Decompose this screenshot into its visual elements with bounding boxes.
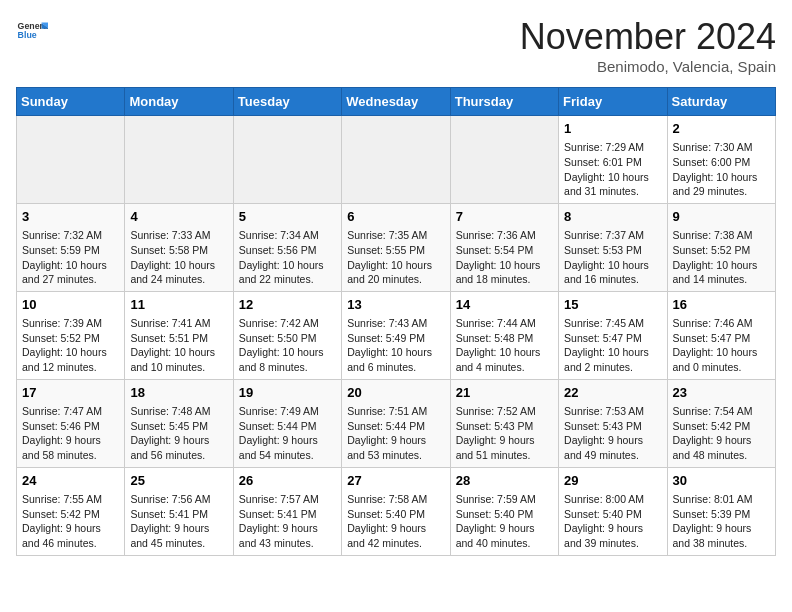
day-number: 14 <box>456 296 553 314</box>
weekday-header-wednesday: Wednesday <box>342 88 450 116</box>
day-info: Sunrise: 7:38 AM Sunset: 5:52 PM Dayligh… <box>673 228 770 287</box>
day-info: Sunrise: 7:37 AM Sunset: 5:53 PM Dayligh… <box>564 228 661 287</box>
location-title: Benimodo, Valencia, Spain <box>520 58 776 75</box>
calendar-cell: 2Sunrise: 7:30 AM Sunset: 6:00 PM Daylig… <box>667 116 775 204</box>
day-number: 12 <box>239 296 336 314</box>
calendar-cell: 11Sunrise: 7:41 AM Sunset: 5:51 PM Dayli… <box>125 291 233 379</box>
day-number: 17 <box>22 384 119 402</box>
calendar-cell: 29Sunrise: 8:00 AM Sunset: 5:40 PM Dayli… <box>559 467 667 555</box>
day-info: Sunrise: 7:48 AM Sunset: 5:45 PM Dayligh… <box>130 404 227 463</box>
day-info: Sunrise: 7:57 AM Sunset: 5:41 PM Dayligh… <box>239 492 336 551</box>
day-number: 24 <box>22 472 119 490</box>
calendar-cell: 26Sunrise: 7:57 AM Sunset: 5:41 PM Dayli… <box>233 467 341 555</box>
day-number: 25 <box>130 472 227 490</box>
calendar-cell: 7Sunrise: 7:36 AM Sunset: 5:54 PM Daylig… <box>450 203 558 291</box>
calendar-cell: 13Sunrise: 7:43 AM Sunset: 5:49 PM Dayli… <box>342 291 450 379</box>
day-info: Sunrise: 7:49 AM Sunset: 5:44 PM Dayligh… <box>239 404 336 463</box>
day-info: Sunrise: 7:32 AM Sunset: 5:59 PM Dayligh… <box>22 228 119 287</box>
calendar-table: SundayMondayTuesdayWednesdayThursdayFrid… <box>16 87 776 556</box>
title-block: November 2024 Benimodo, Valencia, Spain <box>520 16 776 75</box>
day-info: Sunrise: 7:46 AM Sunset: 5:47 PM Dayligh… <box>673 316 770 375</box>
calendar-week-row: 3Sunrise: 7:32 AM Sunset: 5:59 PM Daylig… <box>17 203 776 291</box>
calendar-cell: 24Sunrise: 7:55 AM Sunset: 5:42 PM Dayli… <box>17 467 125 555</box>
calendar-cell: 17Sunrise: 7:47 AM Sunset: 5:46 PM Dayli… <box>17 379 125 467</box>
calendar-cell: 20Sunrise: 7:51 AM Sunset: 5:44 PM Dayli… <box>342 379 450 467</box>
calendar-cell <box>233 116 341 204</box>
day-number: 2 <box>673 120 770 138</box>
calendar-cell: 28Sunrise: 7:59 AM Sunset: 5:40 PM Dayli… <box>450 467 558 555</box>
calendar-cell: 14Sunrise: 7:44 AM Sunset: 5:48 PM Dayli… <box>450 291 558 379</box>
weekday-header-row: SundayMondayTuesdayWednesdayThursdayFrid… <box>17 88 776 116</box>
day-number: 22 <box>564 384 661 402</box>
day-info: Sunrise: 7:39 AM Sunset: 5:52 PM Dayligh… <box>22 316 119 375</box>
month-title: November 2024 <box>520 16 776 58</box>
day-info: Sunrise: 7:41 AM Sunset: 5:51 PM Dayligh… <box>130 316 227 375</box>
day-number: 28 <box>456 472 553 490</box>
day-info: Sunrise: 7:53 AM Sunset: 5:43 PM Dayligh… <box>564 404 661 463</box>
weekday-header-monday: Monday <box>125 88 233 116</box>
calendar-cell: 22Sunrise: 7:53 AM Sunset: 5:43 PM Dayli… <box>559 379 667 467</box>
calendar-cell: 27Sunrise: 7:58 AM Sunset: 5:40 PM Dayli… <box>342 467 450 555</box>
calendar-cell: 30Sunrise: 8:01 AM Sunset: 5:39 PM Dayli… <box>667 467 775 555</box>
calendar-cell: 5Sunrise: 7:34 AM Sunset: 5:56 PM Daylig… <box>233 203 341 291</box>
day-number: 18 <box>130 384 227 402</box>
calendar-cell: 16Sunrise: 7:46 AM Sunset: 5:47 PM Dayli… <box>667 291 775 379</box>
day-info: Sunrise: 7:35 AM Sunset: 5:55 PM Dayligh… <box>347 228 444 287</box>
day-number: 20 <box>347 384 444 402</box>
day-info: Sunrise: 7:43 AM Sunset: 5:49 PM Dayligh… <box>347 316 444 375</box>
weekday-header-sunday: Sunday <box>17 88 125 116</box>
day-number: 4 <box>130 208 227 226</box>
day-number: 9 <box>673 208 770 226</box>
calendar-cell: 4Sunrise: 7:33 AM Sunset: 5:58 PM Daylig… <box>125 203 233 291</box>
day-info: Sunrise: 7:42 AM Sunset: 5:50 PM Dayligh… <box>239 316 336 375</box>
day-info: Sunrise: 8:01 AM Sunset: 5:39 PM Dayligh… <box>673 492 770 551</box>
calendar-cell: 19Sunrise: 7:49 AM Sunset: 5:44 PM Dayli… <box>233 379 341 467</box>
logo-icon: General Blue <box>16 16 48 48</box>
calendar-cell: 1Sunrise: 7:29 AM Sunset: 6:01 PM Daylig… <box>559 116 667 204</box>
calendar-cell <box>450 116 558 204</box>
day-number: 7 <box>456 208 553 226</box>
calendar-cell: 18Sunrise: 7:48 AM Sunset: 5:45 PM Dayli… <box>125 379 233 467</box>
day-info: Sunrise: 7:56 AM Sunset: 5:41 PM Dayligh… <box>130 492 227 551</box>
day-info: Sunrise: 7:36 AM Sunset: 5:54 PM Dayligh… <box>456 228 553 287</box>
day-info: Sunrise: 7:47 AM Sunset: 5:46 PM Dayligh… <box>22 404 119 463</box>
calendar-cell <box>125 116 233 204</box>
page-header: General Blue November 2024 Benimodo, Val… <box>16 16 776 75</box>
calendar-cell <box>342 116 450 204</box>
weekday-header-saturday: Saturday <box>667 88 775 116</box>
calendar-cell: 6Sunrise: 7:35 AM Sunset: 5:55 PM Daylig… <box>342 203 450 291</box>
calendar-cell: 3Sunrise: 7:32 AM Sunset: 5:59 PM Daylig… <box>17 203 125 291</box>
logo: General Blue <box>16 16 48 48</box>
day-number: 8 <box>564 208 661 226</box>
day-info: Sunrise: 7:52 AM Sunset: 5:43 PM Dayligh… <box>456 404 553 463</box>
day-number: 11 <box>130 296 227 314</box>
day-number: 21 <box>456 384 553 402</box>
day-number: 13 <box>347 296 444 314</box>
day-info: Sunrise: 7:59 AM Sunset: 5:40 PM Dayligh… <box>456 492 553 551</box>
calendar-cell: 25Sunrise: 7:56 AM Sunset: 5:41 PM Dayli… <box>125 467 233 555</box>
day-number: 30 <box>673 472 770 490</box>
day-number: 26 <box>239 472 336 490</box>
calendar-cell: 23Sunrise: 7:54 AM Sunset: 5:42 PM Dayli… <box>667 379 775 467</box>
day-number: 16 <box>673 296 770 314</box>
calendar-week-row: 24Sunrise: 7:55 AM Sunset: 5:42 PM Dayli… <box>17 467 776 555</box>
weekday-header-tuesday: Tuesday <box>233 88 341 116</box>
day-number: 15 <box>564 296 661 314</box>
calendar-cell: 21Sunrise: 7:52 AM Sunset: 5:43 PM Dayli… <box>450 379 558 467</box>
day-number: 10 <box>22 296 119 314</box>
day-info: Sunrise: 7:33 AM Sunset: 5:58 PM Dayligh… <box>130 228 227 287</box>
calendar-week-row: 10Sunrise: 7:39 AM Sunset: 5:52 PM Dayli… <box>17 291 776 379</box>
calendar-week-row: 17Sunrise: 7:47 AM Sunset: 5:46 PM Dayli… <box>17 379 776 467</box>
weekday-header-friday: Friday <box>559 88 667 116</box>
day-info: Sunrise: 7:51 AM Sunset: 5:44 PM Dayligh… <box>347 404 444 463</box>
day-number: 5 <box>239 208 336 226</box>
weekday-header-thursday: Thursday <box>450 88 558 116</box>
day-info: Sunrise: 7:54 AM Sunset: 5:42 PM Dayligh… <box>673 404 770 463</box>
day-number: 3 <box>22 208 119 226</box>
calendar-cell: 8Sunrise: 7:37 AM Sunset: 5:53 PM Daylig… <box>559 203 667 291</box>
day-info: Sunrise: 7:58 AM Sunset: 5:40 PM Dayligh… <box>347 492 444 551</box>
day-info: Sunrise: 7:29 AM Sunset: 6:01 PM Dayligh… <box>564 140 661 199</box>
day-number: 23 <box>673 384 770 402</box>
day-info: Sunrise: 7:34 AM Sunset: 5:56 PM Dayligh… <box>239 228 336 287</box>
day-info: Sunrise: 7:30 AM Sunset: 6:00 PM Dayligh… <box>673 140 770 199</box>
